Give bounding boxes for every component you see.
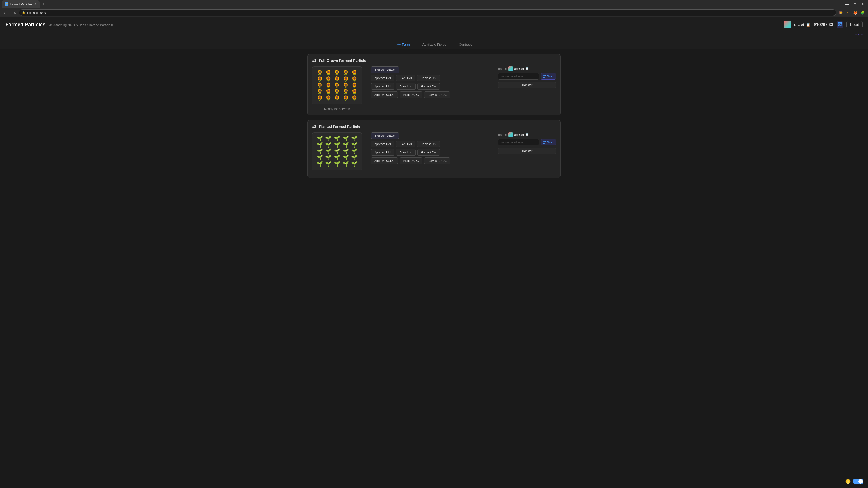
- new-tab-button[interactable]: +: [40, 2, 47, 7]
- card-2-title: Planted Farmed Particle: [319, 125, 360, 129]
- window-restore-button[interactable]: ⧉: [852, 2, 858, 6]
- app-header: Farmed Particles Yield-farming NFTs buil…: [0, 18, 868, 32]
- vc-link[interactable]: yocan: [855, 33, 863, 36]
- app-subtitle: Yield-farming NFTs built on Charged Part…: [48, 23, 113, 27]
- copy-address-icon[interactable]: 📋: [806, 23, 810, 27]
- scan-button-2[interactable]: Scan: [541, 139, 556, 145]
- particle-item: 🌻: [333, 96, 341, 101]
- particle-item: 🌻: [342, 96, 349, 101]
- scan-button-1[interactable]: Scan: [541, 73, 556, 79]
- particle-item: 🌻: [351, 96, 358, 101]
- tab-close-button[interactable]: ✕: [34, 2, 37, 6]
- particle-item: 🌱: [342, 149, 349, 154]
- logout-button[interactable]: logout: [846, 21, 863, 28]
- usdc-row-1: Approve USDC Plant USDC Harvest USDC: [371, 92, 450, 98]
- harvest-dai-button-1[interactable]: Harvest DAI: [417, 75, 440, 81]
- address-bar[interactable]: 🔒 localhost:3000: [19, 9, 836, 16]
- wallet-info: 0xBC8f 📋: [784, 21, 810, 28]
- warning-icon[interactable]: ⚠: [845, 10, 851, 15]
- tab-available-fields[interactable]: Available Fields: [422, 41, 447, 50]
- particle-item: 🌻: [324, 70, 332, 75]
- refresh-browser-button[interactable]: ↻: [12, 10, 17, 16]
- copy-owner-icon-2[interactable]: 📋: [525, 133, 529, 136]
- particle-item: 🌻: [333, 70, 341, 75]
- uni-row-2: Approve UNI Plant UNI Harvest DAI: [371, 149, 440, 156]
- particle-item: 🌻: [351, 70, 358, 75]
- transfer-input-2[interactable]: [498, 139, 539, 145]
- particle-item: 🌻: [316, 83, 323, 88]
- transfer-input-1[interactable]: [498, 73, 539, 79]
- tab-contract[interactable]: Contract: [458, 41, 473, 50]
- wallet-balance: $10297.33: [814, 22, 833, 27]
- approve-uni-button-1[interactable]: Approve UNI: [371, 83, 395, 90]
- back-button[interactable]: ‹: [3, 10, 6, 15]
- harvest-uni-button-2[interactable]: Harvest DAI: [417, 149, 440, 156]
- approve-uni-button-2[interactable]: Approve UNI: [371, 149, 395, 156]
- transfer-button-2[interactable]: Transfer: [498, 148, 556, 154]
- plant-usdc-button-1[interactable]: Plant USDC: [400, 92, 422, 98]
- nav-tabs: My Farm Available Fields Contract: [0, 37, 868, 50]
- svg-rect-13: [544, 75, 544, 76]
- particle-item: 🌱: [342, 155, 349, 160]
- particle-1-grid-container: 🌻 🌻 🌻 🌻 🌻 🌻 🌻 🌻 🌻 🌻 🌻 🌻 🌻 🌻 🌻 🌻: [312, 66, 362, 111]
- window-minimize-button[interactable]: —: [843, 2, 851, 6]
- harvest-usdc-button-2[interactable]: Harvest USDC: [424, 158, 450, 164]
- metamask-icon[interactable]: 🦊: [852, 10, 858, 15]
- brave-shield-icon[interactable]: 🦁: [838, 10, 844, 15]
- particle-item: 🌱: [351, 142, 358, 148]
- owner-row-1: owner: 0xBC8f 📋: [498, 66, 556, 71]
- owner-address-1: 0xBC8f: [514, 67, 524, 70]
- extensions-icon[interactable]: 🧩: [860, 10, 865, 15]
- svg-rect-9: [841, 25, 841, 26]
- card-2-header: #2 Planted Farmed Particle: [312, 125, 556, 129]
- transfer-button-1[interactable]: Transfer: [498, 82, 556, 88]
- particle-item: 🌻: [324, 89, 332, 94]
- particle-item: 🌱: [333, 162, 341, 166]
- particle-1-visual: 🌻 🌻 🌻 🌻 🌻 🌻 🌻 🌻 🌻 🌻 🌻 🌻 🌻 🌻 🌻 🌻: [312, 66, 362, 104]
- harvest-usdc-button-1[interactable]: Harvest USDC: [424, 92, 450, 98]
- svg-rect-3: [840, 23, 841, 24]
- particle-2-actions: Refresh Status Approve DAI Plant DAI Har…: [371, 132, 489, 164]
- approve-dai-button-1[interactable]: Approve DAI: [371, 75, 395, 81]
- plant-uni-button-1[interactable]: Plant UNI: [396, 83, 416, 90]
- window-controls: — ⧉ ✕: [843, 2, 866, 6]
- svg-rect-6: [840, 24, 840, 25]
- particle-item: 🌱: [351, 162, 358, 166]
- qr-icon[interactable]: [837, 21, 843, 28]
- plant-dai-button-2[interactable]: Plant DAI: [396, 141, 415, 147]
- tab-bar: 🌾 Farmed Particles ✕ + — ⧉ ✕: [0, 0, 868, 8]
- svg-rect-20: [544, 141, 544, 142]
- refresh-status-button-2[interactable]: Refresh Status: [371, 132, 399, 139]
- copy-owner-icon-1[interactable]: 📋: [525, 67, 529, 70]
- card-1-header: #1 Full-Grown Farmed Particle: [312, 59, 556, 63]
- browser-extensions: 🦁 ⚠ 🦊 🧩: [838, 10, 865, 15]
- card-1-number: #1: [312, 59, 316, 63]
- wallet-address: 0xBC8f: [793, 23, 804, 27]
- owner-avatar-1: [508, 66, 513, 71]
- plant-uni-button-2[interactable]: Plant UNI: [396, 149, 416, 156]
- approve-dai-button-2[interactable]: Approve DAI: [371, 141, 395, 147]
- particle-item: 🌻: [324, 76, 332, 82]
- particle-2-owner: owner: 0xBC8f 📋: [498, 132, 556, 154]
- particle-item: 🌱: [324, 136, 332, 141]
- harvest-dai-button-2[interactable]: Harvest DAI: [417, 141, 440, 147]
- refresh-status-button-1[interactable]: Refresh Status: [371, 66, 399, 73]
- card-1-body: 🌻 🌻 🌻 🌻 🌻 🌻 🌻 🌻 🌻 🌻 🌻 🌻 🌻 🌻 🌻 🌻: [312, 66, 556, 111]
- plant-dai-button-1[interactable]: Plant DAI: [396, 75, 415, 81]
- dai-row-1: Approve DAI Plant DAI Harvest DAI: [371, 75, 440, 81]
- window-close-button[interactable]: ✕: [859, 2, 866, 6]
- approve-usdc-button-2[interactable]: Approve USDC: [371, 158, 398, 164]
- forward-button[interactable]: ›: [7, 10, 10, 15]
- active-tab[interactable]: 🌾 Farmed Particles ✕: [2, 0, 39, 8]
- plant-usdc-button-2[interactable]: Plant USDC: [400, 158, 422, 164]
- particle-item: 🌱: [316, 149, 323, 154]
- svg-rect-15: [544, 77, 544, 77]
- particle-item: 🌻: [342, 70, 349, 75]
- particle-item: 🌱: [316, 136, 323, 141]
- approve-usdc-button-1[interactable]: Approve USDC: [371, 92, 398, 98]
- particle-1-owner: owner: 0xBC8f 📋: [498, 66, 556, 88]
- app-brand: Farmed Particles Yield-farming NFTs buil…: [5, 22, 113, 28]
- harvest-uni-button-1[interactable]: Harvest DAI: [417, 83, 440, 90]
- tab-my-farm[interactable]: My Farm: [396, 41, 411, 50]
- theme-toggle[interactable]: [852, 479, 864, 484]
